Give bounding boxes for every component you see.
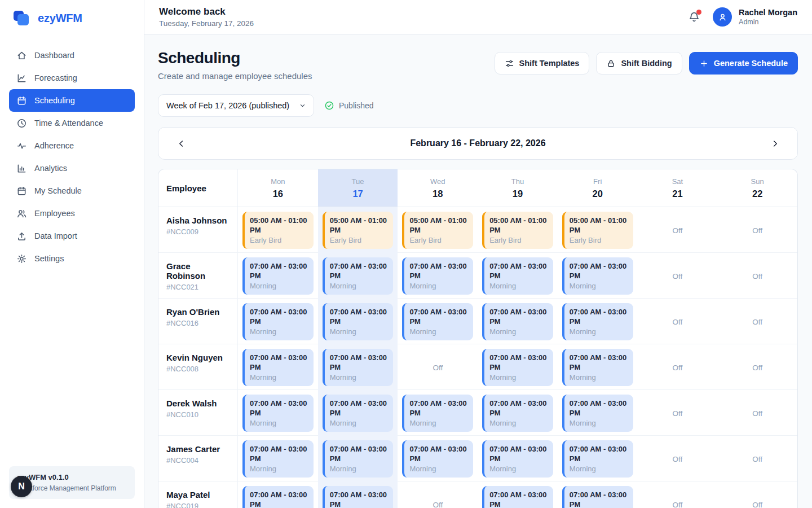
shift-card-morning[interactable]: 07:00 AM - 03:00 PMMorning	[482, 440, 553, 477]
shift-card-morning[interactable]: 07:00 AM - 03:00 PMMorning	[562, 349, 633, 386]
shift-time: 07:00 AM - 03:00 PM	[489, 353, 549, 372]
off-label: Off	[722, 409, 793, 418]
week-navigator: February 16 - February 22, 2026	[158, 127, 798, 160]
sidebar: ezyWFM DashboardForecastingSchedulingTim…	[0, 0, 144, 508]
schedule-row: Ryan O'Brien#NCC01607:00 AM - 03:00 PMMo…	[158, 299, 797, 344]
shift-card-morning[interactable]: 07:00 AM - 03:00 PMMorning	[242, 440, 314, 477]
shift-card-early[interactable]: 05:00 AM - 01:00 PMEarly Bird	[562, 212, 633, 248]
off-label: Off	[722, 364, 793, 372]
shift-card-morning[interactable]: 07:00 AM - 03:00 PMMorning	[242, 486, 314, 508]
brand-logo-icon	[14, 10, 30, 27]
employee-cell: Ryan O'Brien#NCC016	[158, 299, 238, 344]
notification-dot	[696, 10, 701, 15]
notifications-button[interactable]	[688, 11, 700, 23]
app-tagline: Workforce Management Platform	[17, 484, 127, 492]
shift-card-morning[interactable]: 07:00 AM - 03:00 PMMorning	[402, 303, 473, 340]
activity-icon	[16, 141, 27, 151]
sidebar-item-settings[interactable]: Settings	[9, 247, 135, 270]
gear-icon	[16, 253, 27, 264]
shift-time: 05:00 AM - 01:00 PM	[489, 216, 549, 235]
chart-icon	[16, 163, 27, 174]
shift-card-morning[interactable]: 07:00 AM - 03:00 PMMorning	[402, 440, 473, 477]
shift-card-morning[interactable]: 07:00 AM - 03:00 PMMorning	[562, 303, 633, 340]
sidebar-item-scheduling[interactable]: Scheduling	[9, 89, 135, 112]
user-menu[interactable]: Rachel Morgan Admin	[713, 7, 797, 27]
users-icon	[16, 208, 27, 219]
shift-cell: 07:00 AM - 03:00 PMMorning	[238, 344, 318, 390]
shift-cell: Off	[717, 207, 797, 253]
sidebar-item-dashboard[interactable]: Dashboard	[9, 44, 135, 67]
sidebar-item-employees[interactable]: Employees	[9, 202, 135, 225]
shift-card-morning[interactable]: 07:00 AM - 03:00 PMMorning	[482, 349, 553, 386]
schedule-header-row: Employee Mon16Tue17Wed18Thu19Fri20Sat21S…	[158, 169, 797, 207]
schedule-row: Aisha Johnson#NCC00905:00 AM - 01:00 PME…	[158, 207, 797, 253]
shift-card-morning[interactable]: 07:00 AM - 03:00 PMMorning	[402, 395, 473, 431]
shift-card-early[interactable]: 05:00 AM - 01:00 PMEarly Bird	[242, 212, 314, 248]
chevron-right-icon	[770, 139, 780, 148]
chevron-left-icon	[176, 139, 186, 148]
shift-card-morning[interactable]: 07:00 AM - 03:00 PMMorning	[482, 303, 553, 340]
off-label: Off	[642, 272, 713, 281]
sidebar-item-time-attendance[interactable]: Time & Attendance	[9, 112, 135, 134]
shift-card-morning[interactable]: 07:00 AM - 03:00 PMMorning	[242, 395, 314, 431]
shift-card-early[interactable]: 05:00 AM - 01:00 PMEarly Bird	[482, 212, 553, 248]
sidebar-item-forecasting[interactable]: Forecasting	[9, 67, 135, 89]
shift-cell: Off	[638, 299, 718, 344]
shift-type-label: Morning	[330, 282, 389, 291]
shift-card-morning[interactable]: 07:00 AM - 03:00 PMMorning	[482, 257, 553, 294]
shift-card-morning[interactable]: 07:00 AM - 03:00 PMMorning	[562, 395, 633, 431]
shift-card-morning[interactable]: 07:00 AM - 03:00 PMMorning	[562, 486, 633, 508]
shift-card-morning[interactable]: 07:00 AM - 03:00 PMMorning	[482, 395, 553, 431]
shift-card-morning[interactable]: 07:00 AM - 03:00 PMMorning	[323, 303, 394, 340]
sidebar-item-adherence[interactable]: Adherence	[9, 134, 135, 157]
status-badge: Published	[324, 100, 374, 111]
brand-name: ezyWFM	[38, 12, 82, 25]
shift-type-label: Morning	[409, 282, 469, 291]
shift-card-morning[interactable]: 07:00 AM - 03:00 PMMorning	[323, 486, 394, 508]
shift-type-label: Morning	[409, 327, 469, 337]
shift-templates-label: Shift Templates	[519, 59, 580, 68]
sidebar-nav: DashboardForecastingSchedulingTime & Att…	[0, 36, 144, 457]
day-number: 17	[352, 189, 363, 199]
off-label: Off	[642, 226, 713, 235]
shift-type-label: Morning	[330, 419, 389, 428]
shift-cell: Off	[638, 207, 718, 253]
shift-card-morning[interactable]: 07:00 AM - 03:00 PMMorning	[242, 349, 314, 386]
prev-week-button[interactable]	[173, 135, 189, 151]
sidebar-item-analytics[interactable]: Analytics	[9, 157, 135, 179]
shift-cell: 07:00 AM - 03:00 PMMorning	[238, 299, 318, 344]
shift-card-early[interactable]: 05:00 AM - 01:00 PMEarly Bird	[323, 212, 394, 248]
shift-card-morning[interactable]: 07:00 AM - 03:00 PMMorning	[562, 440, 633, 477]
next-week-button[interactable]	[767, 135, 783, 151]
sidebar-item-label: Data Import	[34, 231, 77, 240]
shift-type-label: Morning	[570, 373, 629, 383]
day-header-fri: Fri20	[558, 169, 638, 207]
dev-overlay-badge[interactable]: N	[11, 476, 32, 497]
shift-card-morning[interactable]: 07:00 AM - 03:00 PMMorning	[323, 395, 394, 431]
generate-schedule-button[interactable]: Generate Schedule	[689, 52, 798, 75]
sidebar-item-my-schedule[interactable]: My Schedule	[9, 179, 135, 202]
shift-card-morning[interactable]: 07:00 AM - 03:00 PMMorning	[242, 257, 314, 294]
shift-card-morning[interactable]: 07:00 AM - 03:00 PMMorning	[242, 303, 314, 340]
shift-cell: 07:00 AM - 03:00 PMMorning	[478, 299, 558, 344]
shift-bidding-button[interactable]: Shift Bidding	[596, 52, 682, 75]
shift-card-morning[interactable]: 07:00 AM - 03:00 PMMorning	[562, 257, 633, 294]
shift-card-morning[interactable]: 07:00 AM - 03:00 PMMorning	[323, 440, 394, 477]
employee-name: Derek Walsh	[166, 398, 230, 408]
week-selector[interactable]: Week of Feb 17, 2026 (published)	[158, 94, 314, 117]
schedule-table: Employee Mon16Tue17Wed18Thu19Fri20Sat21S…	[158, 169, 798, 508]
shift-templates-button[interactable]: Shift Templates	[495, 52, 590, 75]
shift-card-morning[interactable]: 07:00 AM - 03:00 PMMorning	[402, 257, 473, 294]
shift-type-label: Morning	[409, 419, 469, 428]
sidebar-item-label: Forecasting	[34, 73, 77, 82]
sidebar-item-data-import[interactable]: Data Import	[9, 225, 135, 247]
sidebar-item-label: Scheduling	[34, 96, 75, 105]
shift-card-morning[interactable]: 07:00 AM - 03:00 PMMorning	[323, 257, 394, 294]
shift-card-morning[interactable]: 07:00 AM - 03:00 PMMorning	[482, 486, 553, 508]
shift-card-morning[interactable]: 07:00 AM - 03:00 PMMorning	[323, 349, 394, 386]
shift-type-label: Early Bird	[489, 236, 549, 246]
status-badge-label: Published	[339, 101, 374, 110]
shift-card-early[interactable]: 05:00 AM - 01:00 PMEarly Bird	[402, 212, 473, 248]
shift-cell: 05:00 AM - 01:00 PMEarly Bird	[478, 207, 558, 253]
employee-id: #NCC009	[166, 227, 230, 236]
